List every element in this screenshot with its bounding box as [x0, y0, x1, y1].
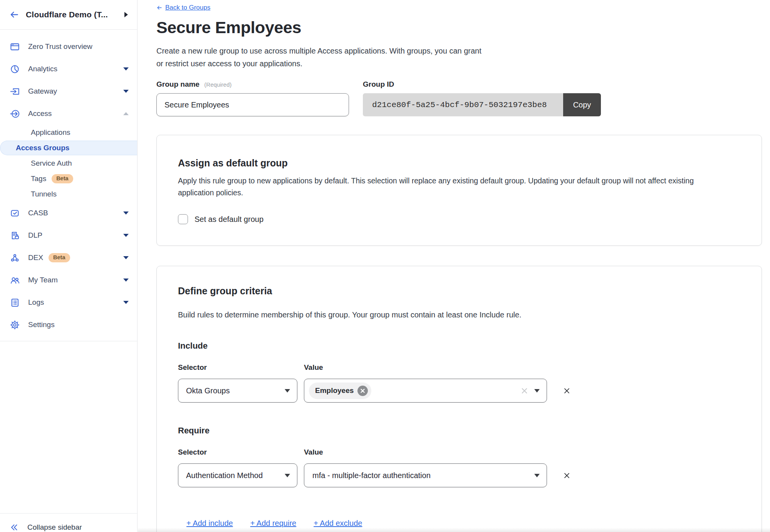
- sidebar-item-dlp[interactable]: DLP: [0, 224, 137, 247]
- include-rule-row: Okta Groups Employees: [178, 379, 738, 403]
- chevron-down-icon: [123, 90, 129, 93]
- chevron-down-icon: [285, 389, 290, 393]
- sidebar-item-label: Settings: [28, 321, 55, 329]
- chevron-down-icon: [123, 211, 129, 215]
- sidebar-item-my-team[interactable]: My Team: [0, 269, 137, 291]
- remove-include-rule-icon[interactable]: [564, 388, 570, 394]
- criteria-card: Define group criteria Build rules to det…: [156, 266, 762, 532]
- group-name-label: Group name: [156, 80, 200, 88]
- require-rule-row: Authentication Method mfa - multiple-fac…: [178, 463, 738, 487]
- chevron-up-icon: [123, 112, 129, 115]
- sidebar-item-analytics[interactable]: Analytics: [0, 58, 137, 80]
- chevron-down-icon: [285, 474, 290, 477]
- sidebar-item-applications[interactable]: Applications: [0, 125, 137, 140]
- include-value-multiselect[interactable]: Employees: [304, 379, 547, 403]
- access-icon: [10, 109, 20, 119]
- require-selector-value: Authentication Method: [186, 471, 263, 480]
- sidebar-item-casb[interactable]: CASB: [0, 202, 137, 224]
- chip-remove-icon[interactable]: [357, 386, 368, 396]
- require-value-dropdown[interactable]: mfa - multiple-factor authentication: [304, 463, 547, 487]
- collapse-sidebar-button[interactable]: Collapse sidebar: [0, 518, 82, 532]
- sub-item-label: Tunnels: [31, 190, 57, 198]
- log-list-icon: [10, 297, 20, 308]
- sidebar-item-label: Logs: [28, 298, 44, 307]
- account-switcher[interactable]: Cloudflare Demo (T...: [0, 0, 137, 30]
- sidebar-item-gateway[interactable]: Gateway: [0, 80, 137, 102]
- clear-values-icon[interactable]: [521, 387, 528, 394]
- add-include-link[interactable]: + Add include: [186, 519, 233, 528]
- require-section-title: Require: [178, 426, 738, 436]
- value-chip: Employees: [309, 383, 371, 399]
- sidebar-item-tunnels[interactable]: Tunnels: [0, 186, 137, 202]
- sidebar-item-service-auth[interactable]: Service Auth: [0, 156, 137, 171]
- group-id-label: Group ID: [363, 80, 601, 89]
- sub-item-label: Service Auth: [31, 159, 72, 168]
- include-selector-dropdown[interactable]: Okta Groups: [178, 379, 297, 403]
- include-section-title: Include: [178, 341, 738, 351]
- set-default-group-row[interactable]: Set as default group: [178, 214, 738, 224]
- gateway-icon: [10, 86, 20, 97]
- group-id-field: Group ID d21ce80f-5a25-4bcf-9b07-5032197…: [363, 80, 601, 116]
- include-selector-value: Okta Groups: [186, 386, 230, 395]
- sidebar-item-tags[interactable]: Tags Beta: [0, 171, 137, 186]
- network-nodes-icon: [10, 253, 20, 263]
- require-labels-row: Selector Value: [178, 448, 738, 456]
- chevron-right-icon: [124, 12, 128, 17]
- sub-item-label: Applications: [31, 128, 70, 137]
- chevron-down-icon: [534, 389, 540, 393]
- sidebar-item-zero-trust-overview[interactable]: Zero Trust overview: [0, 35, 137, 58]
- back-to-groups-link[interactable]: Back to Groups: [156, 4, 210, 12]
- remove-require-rule-icon[interactable]: [564, 472, 570, 479]
- main-content: Back to Groups Secure Employees Create a…: [138, 0, 770, 532]
- group-id-value: d21ce80f-5a25-4bcf-9b07-5032197e3be8: [363, 93, 563, 116]
- team-icon: [10, 275, 20, 285]
- pie-chart-icon: [10, 64, 20, 74]
- sidebar-item-dex[interactable]: DEX Beta: [0, 247, 137, 269]
- required-hint: (Required): [204, 81, 232, 88]
- double-chevron-left-icon: [10, 523, 19, 532]
- sidebar-item-logs[interactable]: Logs: [0, 291, 137, 314]
- add-require-link[interactable]: + Add require: [250, 519, 297, 528]
- set-default-group-label: Set as default group: [195, 215, 263, 224]
- sidebar-item-access[interactable]: Access: [0, 102, 137, 125]
- require-selector-dropdown[interactable]: Authentication Method: [178, 463, 297, 487]
- criteria-card-description: Build rules to determine membership of t…: [178, 310, 738, 319]
- sidebar-item-label: My Team: [28, 276, 58, 284]
- chevron-down-icon: [123, 279, 129, 282]
- selector-label: Selector: [178, 363, 297, 372]
- default-group-card-title: Assign as default group: [178, 158, 738, 169]
- copy-button[interactable]: Copy: [563, 93, 601, 116]
- sidebar-item-settings[interactable]: Settings: [0, 314, 137, 336]
- sidebar-nav: Zero Trust overview Analytics Gateway Ac…: [0, 30, 137, 341]
- chevron-down-icon: [123, 301, 129, 304]
- value-label: Value: [304, 363, 323, 372]
- chevron-down-icon: [123, 67, 129, 70]
- back-arrow-icon[interactable]: [9, 10, 19, 20]
- chevron-down-icon: [123, 234, 129, 237]
- sidebar-item-label: DEX: [28, 253, 43, 262]
- access-subnav: Applications Access Groups Service Auth …: [0, 125, 137, 202]
- group-name-input[interactable]: [156, 93, 349, 116]
- back-link-label: Back to Groups: [165, 4, 210, 12]
- sidebar-item-label: DLP: [28, 231, 42, 240]
- collapse-sidebar-label: Collapse sidebar: [27, 523, 82, 532]
- include-labels-row: Selector Value: [178, 363, 738, 372]
- set-default-group-checkbox[interactable]: [178, 214, 188, 224]
- sub-item-label: Access Groups: [16, 144, 69, 152]
- bottom-scroll-fade: [138, 528, 770, 532]
- account-name: Cloudflare Demo (T...: [26, 10, 118, 19]
- gear-icon: [10, 320, 20, 330]
- value-label: Value: [304, 448, 323, 456]
- chevron-down-icon: [123, 256, 129, 259]
- group-name-field: Group name (Required): [156, 80, 349, 116]
- sidebar-item-label: Analytics: [28, 65, 57, 73]
- add-exclude-link[interactable]: + Add exclude: [314, 519, 362, 528]
- sidebar-item-access-groups[interactable]: Access Groups: [0, 141, 137, 155]
- beta-badge: Beta: [49, 253, 70, 262]
- page-title: Secure Employees: [156, 18, 762, 37]
- casb-check-icon: [10, 208, 20, 218]
- page-description: Create a new rule group to use across mu…: [156, 45, 762, 70]
- sidebar: Cloudflare Demo (T... Zero Trust overvie…: [0, 0, 138, 532]
- sidebar-divider: [0, 513, 137, 514]
- sidebar-item-label: CASB: [28, 209, 48, 217]
